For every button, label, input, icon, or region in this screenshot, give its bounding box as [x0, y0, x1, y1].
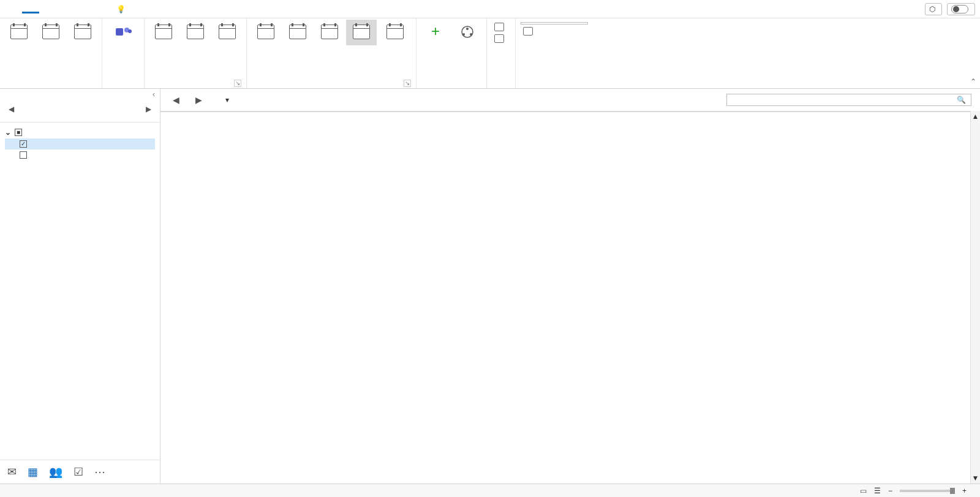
group-browse-icon: [494, 34, 504, 43]
tab-help[interactable]: [91, 6, 108, 13]
teams-icon: [115, 25, 132, 39]
tab-folder[interactable]: [56, 6, 74, 13]
tab-file[interactable]: [5, 6, 22, 13]
scroll-up-icon[interactable]: ▲: [972, 112, 979, 121]
mail-icon[interactable]: ✉: [7, 465, 17, 479]
view-schedule-button[interactable]: [378, 20, 412, 45]
new-items-button[interactable]: [67, 20, 98, 45]
ribbon-group-arrange: ↘: [247, 18, 417, 88]
calendar-icon[interactable]: ▦: [28, 465, 38, 479]
lightbulb-icon: 💡: [116, 5, 126, 13]
browse-groups-button[interactable]: [492, 34, 510, 44]
checkbox-icon[interactable]: ■: [15, 129, 22, 136]
add-calendar-button[interactable]: +: [420, 20, 451, 45]
chevron-down-icon: ▾: [225, 96, 229, 104]
group-label: [491, 85, 511, 88]
toggle-icon: [951, 5, 968, 13]
dialog-launcher-icon[interactable]: ↘: [404, 80, 411, 87]
view-week-button[interactable]: [314, 20, 345, 45]
share-calendar-button[interactable]: [452, 20, 483, 45]
month-grid[interactable]: [160, 112, 970, 484]
addressbook-icon: [523, 27, 533, 36]
calendar-pane: ◀ ▶ ▾ 🔍 ▲▼: [160, 89, 980, 484]
user-search-input[interactable]: [521, 22, 588, 25]
tab-sendrecv[interactable]: [39, 6, 56, 13]
coming-soon-button[interactable]: ⬡: [925, 3, 942, 15]
svg-point-5: [462, 33, 465, 36]
view-month-button[interactable]: [346, 20, 377, 45]
view-reading-icon[interactable]: ☰: [874, 487, 881, 495]
mini-cal-2-header: [0, 111, 160, 118]
svg-point-4: [466, 28, 469, 30]
share-icon: [459, 25, 476, 39]
calendar-icon: [10, 25, 28, 39]
tasks-icon[interactable]: ☑: [74, 465, 83, 479]
mini-cal-1-header: ◀ ▶: [0, 100, 160, 107]
sidebar: ‹ ◀ ▶ ⌄■ ✓ ✉ ▦ 👥 ☑ ⋯: [0, 89, 160, 484]
ribbon-group-manage: +: [417, 18, 487, 88]
collapse-ribbon-icon[interactable]: ⌃: [970, 77, 976, 86]
next-7-days-button[interactable]: [180, 20, 211, 45]
zoom-slider[interactable]: [900, 490, 955, 492]
prev-period-icon[interactable]: ◀: [169, 94, 183, 106]
tab-bar: 💡 ⬡: [0, 0, 980, 18]
tab-view[interactable]: [74, 6, 91, 13]
scroll-down-icon[interactable]: ▼: [972, 474, 979, 482]
month-icon: [353, 25, 370, 39]
group-label: [519, 85, 589, 88]
zoom-in-icon[interactable]: +: [962, 487, 967, 495]
new-appointment-button[interactable]: [4, 20, 34, 45]
more-icon[interactable]: ⋯: [94, 465, 105, 479]
view-normal-icon[interactable]: ▭: [860, 487, 867, 495]
people-icon[interactable]: 👥: [49, 465, 62, 479]
calendar-search-icon: [42, 25, 59, 39]
calendar-arrow-icon: [155, 25, 172, 39]
svg-point-2: [128, 29, 132, 33]
new-group-button[interactable]: [492, 22, 510, 32]
nav-bar: ✉ ▦ 👥 ☑ ⋯: [0, 460, 160, 484]
calendar-item-main[interactable]: ✓: [5, 138, 155, 150]
checkbox-icon[interactable]: [20, 151, 27, 159]
dialog-launcher-icon[interactable]: ↘: [234, 80, 241, 87]
svg-rect-0: [116, 28, 123, 36]
vertical-scrollbar[interactable]: ▲▼: [970, 111, 980, 484]
workweek-icon: [289, 25, 306, 39]
ribbon-group-teams: [102, 18, 145, 88]
status-bar: ▭ ☰ − +: [0, 484, 980, 497]
calendar-list: ⌄■ ✓: [0, 122, 160, 164]
ribbon-group-search: [516, 18, 593, 88]
group-new-icon: [494, 23, 504, 31]
goto-today-button[interactable]: [148, 20, 179, 45]
search-icon: 🔍: [957, 96, 966, 104]
weather-location[interactable]: ▾: [223, 96, 229, 104]
view-day-button[interactable]: [251, 20, 281, 45]
week-icon: [321, 25, 338, 39]
ribbon-group-groups: [487, 18, 516, 88]
group-label: [4, 85, 98, 88]
checkbox-icon[interactable]: ✓: [20, 140, 27, 148]
calendar-group[interactable]: ⌄■: [5, 126, 155, 138]
next-period-icon[interactable]: ▶: [192, 94, 206, 106]
calendar-mail-icon: [74, 25, 91, 39]
personal-calendar-button[interactable]: [212, 20, 243, 45]
calendar-search-input[interactable]: 🔍: [726, 94, 971, 106]
tab-home[interactable]: [22, 4, 39, 13]
box-icon: ⬡: [929, 5, 935, 13]
collapse-nav-icon[interactable]: ‹: [0, 89, 160, 100]
new-teams-meeting-button[interactable]: [106, 20, 140, 45]
zoom-out-icon[interactable]: −: [888, 487, 892, 495]
toggle-button[interactable]: [947, 3, 975, 15]
svg-point-6: [470, 33, 472, 36]
schedule-icon: [386, 25, 404, 39]
ribbon-group-goto: ↘: [145, 18, 247, 88]
calendar-item-holidays[interactable]: [5, 150, 155, 161]
tell-me[interactable]: 💡: [116, 5, 129, 13]
group-label: ↘: [148, 85, 243, 88]
group-label: ↘: [251, 85, 412, 88]
view-workweek-button[interactable]: [282, 20, 313, 45]
address-book-button[interactable]: [521, 26, 588, 36]
chevron-down-icon: ⌄: [5, 128, 11, 137]
new-meeting-button[interactable]: [36, 20, 66, 45]
group-label: [106, 85, 140, 88]
calendar-person-icon: [219, 25, 236, 39]
